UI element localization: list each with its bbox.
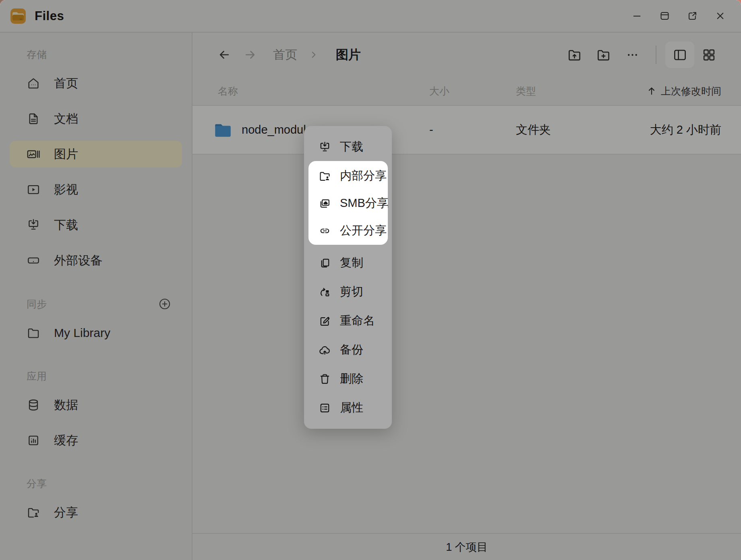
internal-share-icon bbox=[319, 170, 331, 182]
menu-item-label: 公开分享 bbox=[340, 223, 387, 239]
menu-item-public-share[interactable]: 公开分享 bbox=[308, 217, 388, 244]
smb-share-icon bbox=[319, 197, 331, 210]
public-share-icon bbox=[319, 225, 331, 237]
dim-overlay bbox=[0, 0, 741, 560]
menu-item-label: SMB分享 bbox=[340, 195, 389, 211]
files-app-window: Files 存储 首页 bbox=[0, 0, 741, 560]
spotlight-share-group: 内部分享 SMB分享 公开分享 bbox=[308, 161, 388, 245]
menu-item-internal-share[interactable]: 内部分享 bbox=[308, 162, 388, 190]
menu-item-label: 内部分享 bbox=[340, 168, 387, 184]
menu-item-smb-share[interactable]: SMB分享 bbox=[308, 190, 388, 217]
